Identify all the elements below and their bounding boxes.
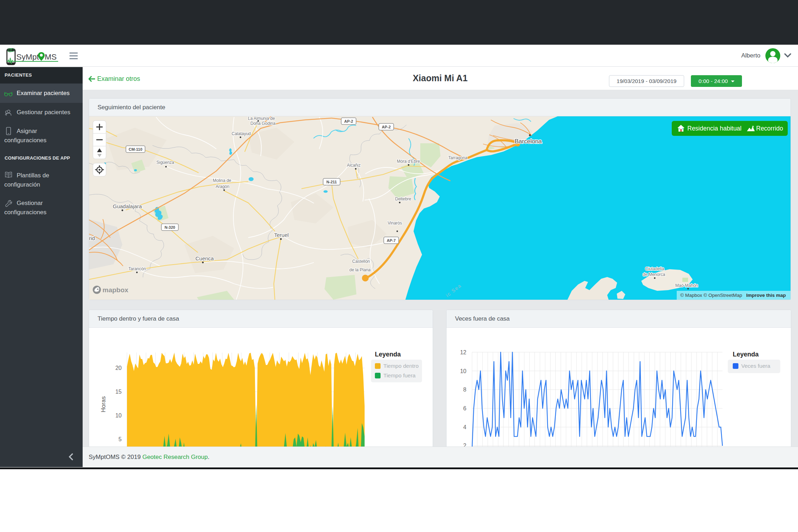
svg-text:N-320: N-320	[165, 225, 175, 229]
svg-text:rid: rid	[89, 235, 95, 241]
svg-text:Cuenca: Cuenca	[195, 255, 214, 261]
svg-text:Guadalajara: Guadalajara	[113, 203, 142, 209]
svg-text:AP-7: AP-7	[387, 238, 395, 243]
svg-text:Leyenda: Leyenda	[375, 351, 401, 358]
svg-text:SyMpt: SyMpt	[16, 52, 39, 61]
svg-text:Leyenda: Leyenda	[733, 351, 759, 358]
svg-text:10: 10	[115, 412, 122, 419]
svg-text:Aragón: Aragón	[216, 184, 229, 189]
svg-text:AP-2: AP-2	[382, 125, 390, 129]
svg-text:6: 6	[463, 405, 466, 411]
svg-text:Tarragona: Tarragona	[448, 155, 467, 160]
svg-text:Vinaròs: Vinaròs	[388, 221, 402, 226]
svg-text:Tiempo dentro: Tiempo dentro	[383, 363, 419, 369]
svg-text:Residencia habitual: Residencia habitual	[687, 125, 742, 132]
svg-text:Alcañiz: Alcañiz	[347, 163, 361, 168]
svg-text:N-211: N-211	[326, 180, 337, 184]
svg-text:Calatayud: Calatayud	[232, 131, 251, 136]
svg-text:Molina de: Molina de	[213, 178, 231, 183]
svg-text:Móra d'Ebre: Móra d'Ebre	[397, 159, 420, 164]
svg-text:CM-110: CM-110	[129, 147, 143, 151]
svg-text:10: 10	[460, 368, 466, 374]
svg-text:2: 2	[463, 443, 466, 447]
svg-text:Deltebre: Deltebre	[395, 196, 411, 201]
svg-text:Improve this map: Improve this map	[746, 293, 786, 298]
svg-text:de la Plana: de la Plana	[349, 267, 371, 272]
svg-text:mapbox: mapbox	[102, 286, 128, 294]
svg-text:MS: MS	[45, 52, 57, 61]
svg-text:8: 8	[463, 387, 466, 393]
svg-text:© Mapbox © OpenStreetMap: © Mapbox © OpenStreetMap	[680, 293, 742, 298]
svg-text:Barcelona: Barcelona	[515, 138, 542, 145]
svg-text:de Menorca: de Menorca	[643, 272, 665, 277]
svg-text:Maó-Mahón: Maó-Mahón	[675, 283, 698, 288]
svg-text:Veces fuera: Veces fuera	[741, 363, 770, 369]
svg-text:Recorrido: Recorrido	[756, 125, 783, 132]
svg-text:20: 20	[115, 365, 122, 371]
svg-text:Ciutadella: Ciutadella	[645, 266, 664, 271]
svg-text:Tarancón: Tarancón	[128, 266, 146, 271]
svg-text:Teruel: Teruel	[274, 232, 289, 238]
svg-text:Tiempo fuera: Tiempo fuera	[383, 372, 416, 378]
svg-text:12: 12	[460, 349, 466, 355]
svg-text:4: 4	[463, 424, 466, 430]
svg-text:Horas: Horas	[100, 396, 107, 412]
svg-text:15: 15	[115, 389, 122, 395]
svg-text:Doña Godina: Doña Godina	[250, 121, 276, 126]
svg-text:La Almunia de: La Almunia de	[248, 116, 275, 121]
svg-text:5: 5	[118, 436, 122, 442]
svg-text:Castellón: Castellón	[352, 259, 370, 264]
svg-text:Sigüenza: Sigüenza	[156, 160, 174, 165]
svg-text:AP-2: AP-2	[344, 119, 353, 123]
